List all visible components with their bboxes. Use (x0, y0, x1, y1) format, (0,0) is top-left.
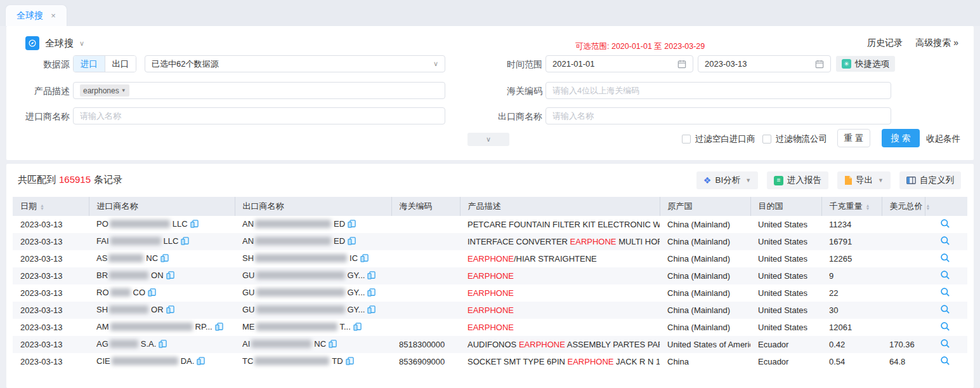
tab-global-search[interactable]: 全球搜 × (5, 4, 67, 26)
cell-description: EARPHONE (460, 267, 660, 284)
magnifier-icon[interactable] (940, 304, 950, 316)
magnifier-icon[interactable] (940, 321, 950, 333)
bi-analysis-button[interactable]: ❖ BI分析 ▼ (696, 171, 758, 189)
date-end-input[interactable] (698, 55, 831, 72)
magnifier-icon[interactable] (940, 287, 950, 299)
chevron-down-icon: ▼ (121, 88, 126, 93)
date-start-input[interactable] (546, 55, 693, 72)
redacted-name (108, 254, 143, 262)
company-doc-icon[interactable] (197, 357, 205, 367)
column-header[interactable]: 千克重量▲▼ (821, 197, 882, 216)
magnifier-icon[interactable] (940, 236, 950, 248)
close-icon[interactable]: × (51, 11, 56, 20)
exporter-input[interactable] (552, 111, 884, 121)
redacted-name (255, 254, 347, 262)
filter-blank-importer-checkbox[interactable]: 过滤空白进口商 (682, 133, 755, 145)
cell-origin-country: China (Mainland) (660, 267, 750, 284)
company-doc-icon[interactable] (329, 340, 337, 350)
column-header: 进口商名称 (89, 197, 235, 216)
chevron-down-icon: ∨ (433, 60, 438, 68)
table-row: 2023-03-13POLLCANEDPETCARE FOUNTAIN FILT… (13, 216, 967, 233)
checkbox-icon[interactable] (682, 135, 691, 144)
importer-input[interactable] (80, 111, 438, 121)
export-button[interactable]: 导出 ▼ (837, 171, 891, 189)
redacted-name (256, 323, 337, 331)
company-doc-icon[interactable] (367, 288, 376, 298)
company-doc-icon[interactable] (160, 254, 169, 264)
collapse-conditions-link[interactable]: 收起条件 (926, 133, 960, 145)
export-toggle[interactable]: 出口 (105, 56, 136, 72)
expand-conditions-button[interactable]: ∨ (467, 133, 509, 146)
company-doc-icon[interactable] (148, 288, 156, 298)
company-doc-icon[interactable] (360, 254, 369, 264)
cell-hscode (391, 216, 460, 233)
magnifier-icon[interactable] (940, 253, 950, 265)
cell-exporter: TCTD (235, 353, 391, 370)
cell-date: 2023-03-13 (13, 233, 89, 250)
cell-actions (925, 336, 967, 353)
redacted-name (256, 305, 345, 314)
date-end-value[interactable] (705, 59, 815, 69)
magnifier-icon[interactable] (940, 218, 950, 231)
cell-destination-country: United States (750, 267, 821, 284)
history-link[interactable]: 历史记录 (867, 37, 903, 49)
company-doc-icon[interactable] (348, 237, 356, 247)
date-start-value[interactable] (552, 59, 677, 69)
cell-description: SOCKET SMT TYPE 6PIN EARPHONE JACK R N 1… (460, 353, 660, 370)
quick-options-button[interactable]: ✳ 快捷选项 (836, 56, 895, 72)
exporter-input-wrap[interactable] (546, 107, 891, 124)
globe-compass-icon (25, 36, 39, 50)
sort-icon[interactable]: ▲▼ (866, 204, 870, 210)
keyword-highlight: EARPHONE (467, 323, 514, 332)
column-header[interactable]: 日期▲▼ (13, 197, 89, 216)
module-header[interactable]: 全球搜 ∨ (25, 36, 84, 50)
hscode-input-wrap[interactable] (546, 82, 891, 99)
company-doc-icon[interactable] (346, 357, 354, 367)
cell-actions (925, 353, 967, 370)
enter-report-button[interactable]: ≡ 进入报告 (767, 171, 828, 189)
checkbox-icon[interactable] (762, 135, 771, 144)
company-doc-icon[interactable] (166, 305, 174, 316)
magnifier-icon[interactable] (940, 356, 950, 368)
cell-weight-kg: 16791 (821, 233, 882, 250)
hscode-input[interactable] (552, 86, 884, 95)
sort-icon[interactable]: ▲▼ (926, 204, 931, 210)
advanced-search-link[interactable]: 高级搜索 » (915, 37, 958, 49)
company-doc-icon[interactable] (166, 271, 174, 281)
cell-weight-kg: 0.42 (821, 336, 882, 353)
company-doc-icon[interactable] (215, 323, 223, 333)
keyword-highlight: EARPHONE (568, 357, 614, 366)
cell-date: 2023-03-13 (13, 250, 89, 267)
product-desc-input[interactable]: earphones ▼ (73, 82, 445, 99)
cell-value-usd (882, 267, 925, 284)
datasource-select[interactable]: 已选中62个数据源 ∨ (145, 55, 445, 72)
sort-icon[interactable]: ▲▼ (40, 204, 44, 210)
company-doc-icon[interactable] (367, 305, 376, 316)
search-button[interactable]: 搜 索 (882, 129, 920, 147)
product-keyword-tag[interactable]: earphones ▼ (80, 84, 129, 97)
cell-destination-country: Ecuador (750, 336, 821, 353)
import-toggle[interactable]: 进口 (74, 56, 105, 72)
company-doc-icon[interactable] (159, 340, 167, 350)
importer-input-wrap[interactable] (73, 107, 445, 124)
cell-importer: CIEDA. (89, 353, 235, 370)
filter-logistics-checkbox[interactable]: 过滤物流公司 (762, 133, 827, 145)
cell-importer: AMRP... (89, 319, 235, 336)
magnifier-icon[interactable] (940, 270, 950, 282)
reset-button[interactable]: 重 置 (837, 129, 870, 147)
cell-value-usd (882, 250, 925, 267)
column-header[interactable]: 美元总价▲▼ (882, 197, 925, 216)
redacted-name (255, 237, 331, 245)
company-doc-icon[interactable] (353, 323, 362, 333)
company-doc-icon[interactable] (181, 237, 189, 247)
cell-destination-country: United States (750, 216, 821, 233)
cell-hscode (391, 267, 460, 284)
match-count: 165915 (59, 174, 91, 185)
company-doc-icon[interactable] (367, 271, 376, 281)
company-doc-icon[interactable] (348, 220, 356, 230)
cell-weight-kg: 22 (821, 284, 882, 302)
magnifier-icon[interactable] (940, 338, 950, 351)
cell-destination-country: United States (750, 284, 821, 302)
company-doc-icon[interactable] (190, 220, 199, 230)
custom-columns-button[interactable]: 自定义列 (899, 171, 961, 189)
